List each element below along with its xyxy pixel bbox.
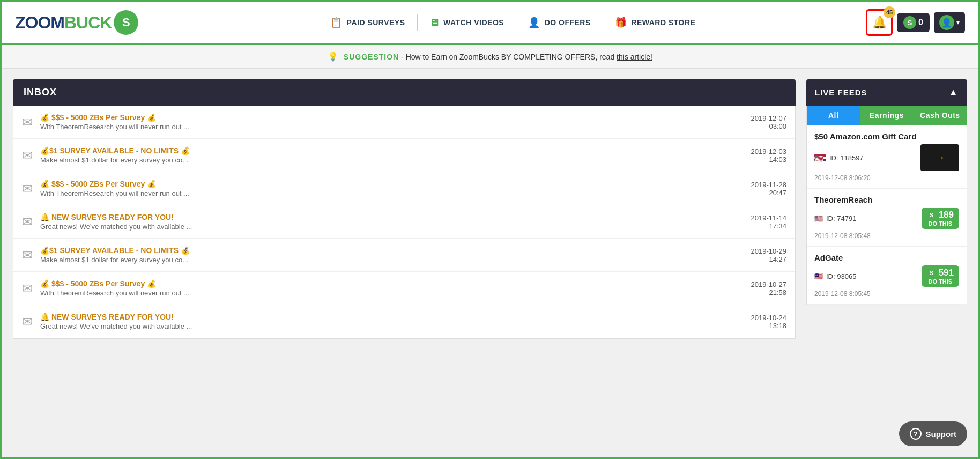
inbox-preview: With TheoremResearch you will never run … (40, 189, 731, 197)
inbox-subject: 💰 $$$ - 5000 ZBs Per Survey 💰 (40, 180, 731, 188)
inbox-content: 💰$1 SURVEY AVAILABLE - NO LIMITS 💰 Make … (40, 146, 731, 164)
inbox-content: 💰 $$$ - 5000 ZBs Per Survey 💰 With Theor… (40, 113, 731, 131)
inbox-subject: 💰 $$$ - 5000 ZBs Per Survey 💰 (40, 113, 731, 122)
inbox-row[interactable]: ✉ 💰$1 SURVEY AVAILABLE - NO LIMITS 💰 Mak… (13, 239, 795, 272)
bell-icon: 🔔 (872, 16, 887, 29)
inbox-date: 2019-10-24 13:18 (738, 314, 786, 330)
feed-title: TheoremReach (814, 195, 959, 204)
do-this-button[interactable]: S 591 DO THIS (922, 265, 959, 287)
nav-paid-surveys[interactable]: 📋 PAID SURVEYS (318, 17, 417, 28)
flag-my-icon: 🇲🇾 (814, 272, 823, 280)
feed-info: 🇺🇸 ID: 74791 (814, 214, 856, 223)
inbox-row[interactable]: ✉ 💰 $$$ - 5000 ZBs Per Survey 💰 With The… (13, 272, 795, 305)
inbox-row[interactable]: ✉ 💰 $$$ - 5000 ZBs Per Survey 💰 With The… (13, 172, 795, 205)
envelope-icon: ✉ (22, 314, 33, 329)
inbox-content: 🔔 NEW SURVEYS READY FOR YOU! Great news!… (40, 213, 731, 231)
inbox-row[interactable]: ✉ 🔔 NEW SURVEYS READY FOR YOU! Great new… (13, 305, 795, 338)
suggestion-link[interactable]: this article! (617, 53, 652, 61)
coins-value: 0 (918, 18, 923, 27)
offers-icon: 👤 (528, 17, 540, 28)
notification-button[interactable]: 🔔 45 (866, 9, 893, 36)
avatar-icon: 👤 (939, 15, 954, 30)
inbox-row[interactable]: ✉ 💰$1 SURVEY AVAILABLE - NO LIMITS 💰 Mak… (13, 139, 795, 172)
reward-icon: 🎁 (615, 17, 627, 28)
question-mark-icon: ? (910, 428, 922, 440)
inbox-row[interactable]: ✉ 💰 $$$ - 5000 ZBs Per Survey 💰 With The… (13, 106, 795, 139)
inbox-panel: INBOX ✉ 💰 $$$ - 5000 ZBs Per Survey 💰 Wi… (13, 79, 796, 339)
flag-us-icon: 🇺🇸 (814, 214, 823, 223)
tab-earnings[interactable]: Earnings (860, 106, 913, 125)
inbox-subject: 🔔 NEW SURVEYS READY FOR YOU! (40, 313, 731, 321)
feed-time: 2019-12-08 8:05:48 (814, 232, 959, 240)
inbox-list: ✉ 💰 $$$ - 5000 ZBs Per Survey 💰 With The… (13, 106, 796, 339)
feed-id: ID: 93065 (826, 272, 856, 280)
inbox-preview: With TheoremResearch you will never run … (40, 289, 731, 297)
inbox-preview: With TheoremResearch you will never run … (40, 123, 731, 131)
inbox-preview: Great news! We've matched you with avail… (40, 322, 731, 330)
support-button[interactable]: ? Support (899, 421, 968, 446)
suggestion-bar: 💡 SUGGESTION - How to Earn on ZoomBucks … (2, 45, 978, 69)
nav-watch-videos[interactable]: 🖥 WATCH VIDEOS (418, 17, 516, 28)
do-this-label: DO THIS (927, 278, 954, 285)
amazon-card-icon: → (920, 144, 959, 171)
envelope-icon: ✉ (22, 281, 33, 296)
inbox-preview: Make almost $1 dollar for every survey y… (40, 156, 731, 164)
suggestion-text: - How to Earn on ZoomBucks BY COMPLETING… (401, 53, 617, 61)
feed-time: 2019-12-08 8:05:45 (814, 290, 959, 298)
inbox-date: 2019-10-27 21:58 (738, 280, 786, 297)
notification-badge: 45 (884, 6, 895, 18)
envelope-icon: ✉ (22, 214, 33, 230)
inbox-date: 2019-11-28 20:47 (738, 181, 786, 197)
inbox-content: 💰 $$$ - 5000 ZBs Per Survey 💰 With Theor… (40, 279, 731, 297)
feed-time: 2019-12-08 8:06:20 (814, 174, 959, 182)
feed-id: ID: 118597 (829, 154, 864, 162)
feed-item: AdGate 🇲🇾 ID: 93065 S 591 DO THIS 2019 (807, 247, 967, 305)
inbox-date: 2019-12-03 14:03 (738, 147, 786, 164)
feeds-tabs: All Earnings Cash Outs (806, 106, 967, 125)
nav-reward-store[interactable]: 🎁 REWARD STORE (603, 17, 708, 28)
feed-info: 🇺🇸 ID: 118597 (814, 154, 864, 162)
inbox-subject: 💰$1 SURVEY AVAILABLE - NO LIMITS 💰 (40, 246, 731, 255)
inbox-content: 💰$1 SURVEY AVAILABLE - NO LIMITS 💰 Make … (40, 246, 731, 264)
do-this-value: S 591 (927, 268, 954, 278)
coins-button[interactable]: S 0 (897, 13, 930, 32)
feed-row: 🇲🇾 ID: 93065 S 591 DO THIS (814, 265, 959, 287)
feed-row: 🇺🇸 ID: 118597 → (814, 144, 959, 171)
logo-icon: S (114, 10, 138, 35)
inbox-date: 2019-12-07 03:00 (738, 114, 786, 130)
feed-item: $50 Amazon.com Gift Card 🇺🇸 ID: 118597 →… (807, 125, 967, 189)
suggestion-label: SUGGESTION (344, 53, 399, 61)
inbox-preview: Great news! We've matched you with avail… (40, 223, 731, 231)
chevron-up-icon[interactable]: ▲ (948, 87, 959, 98)
nav-do-offers[interactable]: 👤 DO OFFERS (516, 17, 603, 28)
lightbulb-icon: 💡 (328, 52, 338, 61)
feed-id: ID: 74791 (826, 214, 856, 223)
inbox-preview: Make almost $1 dollar for every survey y… (40, 256, 731, 264)
inbox-row[interactable]: ✉ 🔔 NEW SURVEYS READY FOR YOU! Great new… (13, 205, 795, 239)
logo[interactable]: ZOOMBUCK S (15, 10, 138, 35)
inbox-date: 2019-11-14 17:34 (738, 214, 786, 230)
support-label: Support (926, 430, 957, 439)
inbox-subject: 💰$1 SURVEY AVAILABLE - NO LIMITS 💰 (40, 146, 731, 155)
inbox-content: 🔔 NEW SURVEYS READY FOR YOU! Great news!… (40, 313, 731, 330)
main-nav: 📋 PAID SURVEYS 🖥 WATCH VIDEOS 👤 DO OFFER… (160, 14, 866, 31)
avatar-button[interactable]: 👤 ▾ (934, 12, 965, 33)
envelope-icon: ✉ (22, 181, 33, 196)
tab-cash-outs[interactable]: Cash Outs (914, 106, 967, 125)
do-this-value: S 189 (927, 210, 954, 220)
tab-all[interactable]: All (807, 106, 860, 125)
inbox-header: INBOX (13, 79, 796, 106)
coins-icon: S (903, 16, 916, 29)
do-this-label: DO THIS (927, 220, 954, 227)
feeds-title: LIVE FEEDS (815, 88, 867, 97)
do-this-button[interactable]: S 189 DO THIS (922, 208, 959, 229)
feed-title: AdGate (814, 253, 959, 262)
coin-icon: S (927, 268, 937, 278)
envelope-icon: ✉ (22, 148, 33, 163)
live-feeds-panel: LIVE FEEDS ▲ All Earnings Cash Outs $50 … (806, 79, 967, 339)
header: ZOOMBUCK S 📋 PAID SURVEYS 🖥 WATCH VIDEOS… (2, 2, 978, 45)
surveys-icon: 📋 (330, 17, 343, 28)
envelope-icon: ✉ (22, 248, 33, 263)
main-content: INBOX ✉ 💰 $$$ - 5000 ZBs Per Survey 💰 Wi… (2, 69, 978, 339)
feeds-header: LIVE FEEDS ▲ (806, 79, 967, 106)
